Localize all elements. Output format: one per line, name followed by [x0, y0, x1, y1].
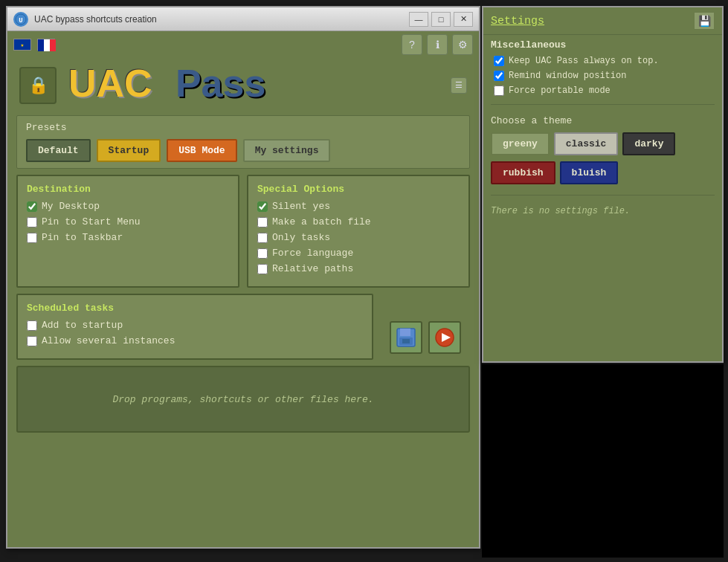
settings-portable-label: Force portable mode: [509, 85, 611, 96]
settings-alwaysontop-checkbox[interactable]: [494, 56, 504, 66]
preset-usb-button[interactable]: USB Mode: [167, 139, 236, 162]
destination-startmenu-row: Pin to Start Menu: [27, 216, 229, 227]
run-button[interactable]: [428, 321, 461, 354]
destination-startmenu-label: Pin to Start Menu: [42, 216, 141, 227]
close-button[interactable]: ✕: [454, 12, 473, 27]
destination-taskbar-label: Pin to Taskbar: [42, 232, 123, 243]
settings-remindpos-checkbox[interactable]: [494, 71, 504, 81]
drop-zone[interactable]: Drop programs, shortcuts or other files …: [16, 366, 470, 433]
destination-title: Destination: [27, 184, 229, 195]
theme-section: Choose a theme greeny classic darky rubb…: [483, 111, 722, 189]
settings-title: Settings: [491, 15, 544, 28]
settings-remindpos-label: Remind window position: [509, 71, 626, 81]
special-onlytasks-label: Only tasks: [272, 232, 330, 243]
minimize-button[interactable]: —: [409, 12, 428, 27]
action-area: [381, 294, 470, 360]
destination-section: Destination My Desktop Pin to Start Menu…: [16, 175, 239, 288]
scheduled-allowseveral-row: Allow several instances: [27, 335, 363, 346]
special-relativepaths-checkbox[interactable]: [257, 264, 268, 274]
scheduled-tasks-section: Scheduled tasks Add to startup Allow sev…: [16, 294, 373, 360]
pass-text: Pass: [175, 62, 265, 105]
scheduled-addstartup-checkbox[interactable]: [27, 320, 37, 331]
destination-mydesktop-checkbox[interactable]: [27, 201, 37, 212]
app-icon: U: [13, 12, 28, 27]
scheduled-tasks-title: Scheduled tasks: [27, 303, 363, 314]
save-button[interactable]: [390, 321, 422, 354]
special-silent-label: Silent yes: [272, 201, 330, 212]
black-area: [482, 364, 724, 558]
presets-panel: Presets Default Startup USB Mode My sett…: [16, 115, 470, 169]
theme-darky-button[interactable]: darky: [622, 132, 675, 155]
toolbar-icons: ? ℹ ⚙: [402, 34, 473, 55]
special-relativepaths-label: Relative paths: [272, 263, 353, 274]
scheduled-addstartup-row: Add to startup: [27, 320, 363, 331]
main-window: U UAC bypass shortcuts creation — □ ✕ ★: [6, 6, 480, 549]
special-options-title: Special Options: [257, 184, 460, 195]
flag-eu-icon: ★: [13, 39, 31, 51]
special-options-section: Special Options Silent yes Make a batch …: [247, 175, 470, 288]
preset-startup-button[interactable]: Startup: [97, 139, 161, 162]
settings-portable-checkbox[interactable]: [494, 85, 504, 96]
title-bar-buttons: — □ ✕: [409, 12, 473, 27]
special-forcelang-label: Force language: [272, 248, 353, 259]
theme-label: Choose a theme: [491, 115, 715, 126]
scheduled-allowseveral-checkbox[interactable]: [27, 336, 37, 346]
svg-rect-5: [38, 39, 44, 51]
list-btn-area: ☰: [451, 77, 467, 94]
main-columns: Destination My Desktop Pin to Start Menu…: [16, 175, 470, 288]
theme-buttons-row2: rubbish bluish: [491, 161, 715, 184]
preset-mysettings-button[interactable]: My settings: [243, 139, 331, 162]
settings-header: Settings 💾: [483, 7, 722, 35]
misc-title: Miscellaneous: [483, 35, 722, 54]
app-logo: UAC Pass: [68, 64, 265, 106]
special-relativepaths-row: Relative paths: [257, 263, 460, 274]
settings-alwaysontop-row: Keep UAC Pass always on top.: [483, 54, 722, 68]
svg-text:U: U: [19, 17, 22, 25]
help-button[interactable]: ?: [402, 34, 422, 55]
special-batchfile-label: Make a batch file: [272, 216, 371, 227]
uac-text: UAC: [68, 62, 152, 105]
settings-divider-1: [491, 104, 715, 105]
svg-rect-6: [44, 39, 50, 51]
destination-mydesktop-row: My Desktop: [27, 201, 229, 212]
settings-button[interactable]: ⚙: [452, 34, 473, 55]
destination-taskbar-checkbox[interactable]: [27, 233, 37, 243]
lock-button[interactable]: 🔒: [19, 67, 57, 104]
special-batchfile-checkbox[interactable]: [257, 217, 268, 227]
presets-label: Presets: [26, 122, 460, 133]
svg-rect-9: [400, 329, 410, 336]
special-silent-row: Silent yes: [257, 201, 460, 212]
drop-zone-text: Drop programs, shortcuts or other files …: [112, 394, 373, 405]
destination-taskbar-row: Pin to Taskbar: [27, 232, 229, 243]
maximize-button[interactable]: □: [431, 12, 451, 27]
scheduled-addstartup-label: Add to startup: [42, 320, 123, 331]
settings-remindpos-row: Remind window position: [483, 68, 722, 83]
settings-alwaysontop-label: Keep UAC Pass always on top.: [509, 56, 659, 66]
theme-greeny-button[interactable]: greeny: [491, 132, 550, 155]
special-onlytasks-checkbox[interactable]: [257, 233, 268, 243]
preset-default-button[interactable]: Default: [26, 139, 91, 162]
settings-portable-row: Force portable mode: [483, 83, 722, 98]
special-onlytasks-row: Only tasks: [257, 232, 460, 243]
logo-area: 🔒 UAC Pass ☰: [7, 58, 479, 112]
special-forcelang-checkbox[interactable]: [257, 248, 268, 259]
toolbar-row: ★ ? ℹ ⚙: [7, 31, 479, 58]
special-silent-checkbox[interactable]: [257, 201, 268, 212]
theme-classic-button[interactable]: classic: [554, 132, 619, 155]
svg-rect-7: [50, 39, 56, 51]
settings-panel: Settings 💾 Miscellaneous Keep UAC Pass a…: [482, 6, 724, 363]
theme-bluish-button[interactable]: bluish: [560, 161, 619, 184]
action-buttons: [381, 318, 470, 357]
theme-rubbish-button[interactable]: rubbish: [491, 161, 555, 184]
list-button[interactable]: ☰: [451, 77, 467, 94]
info-button[interactable]: ℹ: [427, 34, 448, 55]
destination-mydesktop-label: My Desktop: [42, 201, 100, 212]
theme-buttons: greeny classic darky: [491, 132, 715, 155]
presets-buttons: Default Startup USB Mode My settings: [26, 139, 460, 162]
title-bar: U UAC bypass shortcuts creation — □ ✕: [7, 7, 479, 31]
svg-text:★: ★: [21, 42, 25, 48]
settings-save-button[interactable]: 💾: [694, 12, 715, 30]
destination-startmenu-checkbox[interactable]: [27, 217, 37, 227]
scheduled-allowseveral-label: Allow several instances: [42, 335, 175, 346]
bottom-columns: Scheduled tasks Add to startup Allow sev…: [16, 294, 470, 360]
